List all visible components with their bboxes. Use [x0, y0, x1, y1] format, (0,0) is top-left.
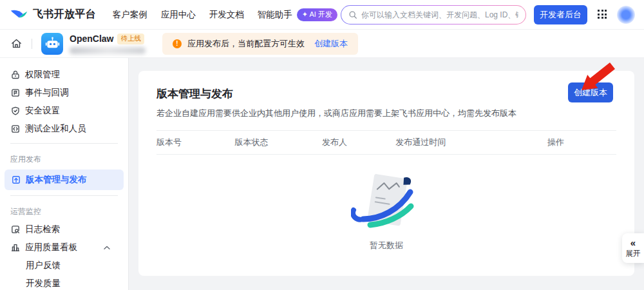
page-description: 若企业自建应用需要供企业内其他用户使用，或商店应用需要上架飞书应用中心，均需先发…	[156, 108, 616, 119]
feishu-logo[interactable]: 飞书开放平台	[10, 6, 96, 23]
global-search[interactable]	[341, 5, 526, 24]
sidebar-item-user-feedback[interactable]: 用户反馈	[0, 256, 128, 275]
column-version-number: 版本号	[156, 137, 234, 148]
search-input[interactable]	[361, 10, 518, 19]
sidebar-item-test-company-users[interactable]: 测试企业和人员	[0, 120, 128, 138]
header-divider	[32, 39, 32, 49]
nav-item-ai-assistant[interactable]: 智能助手 ✦ AI 开发	[258, 8, 337, 21]
sidebar-section-operations-monitoring: 运营监控	[0, 201, 128, 220]
sidebar-item-dev-quality[interactable]: 开发质量	[0, 275, 128, 290]
sidebar: 权限管理 事件与回调 安全设置 测试企业和人员 应用发布 版本管理与发	[0, 58, 129, 290]
expand-tab[interactable]: « 展开	[622, 233, 644, 263]
sidebar-item-version-management[interactable]: 版本管理与发布	[5, 169, 124, 190]
nav-item-app-center[interactable]: 应用中心	[161, 9, 196, 21]
version-table-header: 版本号 版本状态 发布人 发布通过时间 操作	[156, 130, 616, 155]
robot-icon	[45, 36, 60, 51]
sidebar-item-label: 用户反馈	[26, 260, 61, 271]
sidebar-item-label: 安全设置	[25, 105, 60, 117]
developer-console-button[interactable]: 开发者后台	[534, 5, 587, 24]
brand-title: 飞书开放平台	[33, 8, 96, 21]
user-avatar[interactable]	[617, 6, 635, 24]
nav-item-dev-docs[interactable]: 开发文档	[209, 9, 244, 21]
app-header: OpenClaw 待上线 ! 应用发布后，当前配置方可生效 创建版本	[0, 30, 644, 58]
ai-dev-badge: ✦ AI 开发	[297, 8, 337, 21]
sidebar-item-label: 权限管理	[25, 69, 60, 81]
page-title: 版本管理与发布	[156, 86, 616, 101]
sidebar-item-permissions[interactable]: 权限管理	[0, 66, 128, 84]
sidebar-item-app-quality-dashboard[interactable]: 应用质量看板	[0, 238, 128, 256]
alert-create-version-link[interactable]: 创建版本	[314, 38, 348, 50]
sidebar-item-log-search[interactable]: 日志检索	[0, 220, 128, 238]
double-chevron-left-icon: «	[630, 238, 636, 247]
bar-chart-icon	[10, 242, 21, 253]
feishu-logo-icon	[10, 6, 28, 23]
event-callback-icon	[10, 88, 21, 98]
column-publish-time: 发布通过时间	[395, 137, 547, 148]
publish-alert-banner: ! 应用发布后，当前配置方可生效 创建版本	[162, 33, 358, 55]
app-icon-openclaw	[41, 33, 63, 55]
sidebar-item-label: 版本管理与发布	[26, 174, 87, 186]
app-meta: OpenClaw 待上线	[70, 34, 146, 54]
nav-item-ai-label: 智能助手	[258, 9, 292, 21]
search-icon	[348, 10, 357, 19]
sidebar-item-security-settings[interactable]: 安全设置	[0, 102, 128, 120]
sidebar-section-app-release: 应用发布	[0, 149, 128, 168]
create-version-button[interactable]: 创建版本	[568, 82, 613, 102]
column-publisher: 发布人	[322, 137, 395, 148]
column-version-status: 版本状态	[234, 137, 322, 148]
sidebar-divider	[10, 195, 118, 196]
alert-text: 应用发布后，当前配置方可生效	[187, 38, 305, 50]
nav-item-customer-cases[interactable]: 客户案例	[113, 9, 147, 21]
sidebar-item-label: 日志检索	[25, 224, 60, 235]
sidebar-item-label: 测试企业和人员	[25, 123, 86, 135]
main-content: 版本管理与发布 若企业自建应用需要供企业内其他用户使用，或商店应用需要上架飞书应…	[129, 58, 644, 290]
app-grid-icon[interactable]	[598, 10, 607, 19]
publish-icon	[11, 175, 21, 185]
version-management-card: 版本管理与发布 若企业自建应用需要供企业内其他用户使用，或商店应用需要上架飞书应…	[138, 71, 634, 276]
sidebar-item-label: 事件与回调	[25, 87, 69, 99]
app-id-blurred	[70, 47, 146, 54]
sidebar-divider	[10, 143, 118, 144]
top-nav: 飞书开放平台 客户案例 应用中心 开发文档 智能助手 ✦ AI 开发 开发者后台	[0, 0, 644, 30]
sidebar-item-label: 应用质量看板	[25, 242, 77, 253]
empty-state-text: 暂无数据	[370, 240, 403, 251]
column-actions: 操作	[547, 137, 616, 148]
chevron-up-icon[interactable]	[104, 246, 110, 250]
home-icon[interactable]	[10, 37, 23, 50]
sidebar-item-label: 开发质量	[26, 278, 61, 289]
expand-tab-label: 展开	[626, 249, 641, 258]
log-search-icon	[10, 224, 21, 235]
code-box-icon	[10, 124, 21, 134]
empty-data-illustration	[351, 173, 422, 232]
app-name: OpenClaw	[70, 34, 113, 44]
lock-icon	[10, 70, 21, 80]
empty-state: 暂无数据	[156, 173, 616, 251]
shield-check-icon	[10, 106, 21, 116]
sidebar-item-events-callbacks[interactable]: 事件与回调	[0, 84, 128, 102]
alert-warning-icon: !	[173, 39, 182, 48]
status-badge: 待上线	[117, 34, 144, 44]
